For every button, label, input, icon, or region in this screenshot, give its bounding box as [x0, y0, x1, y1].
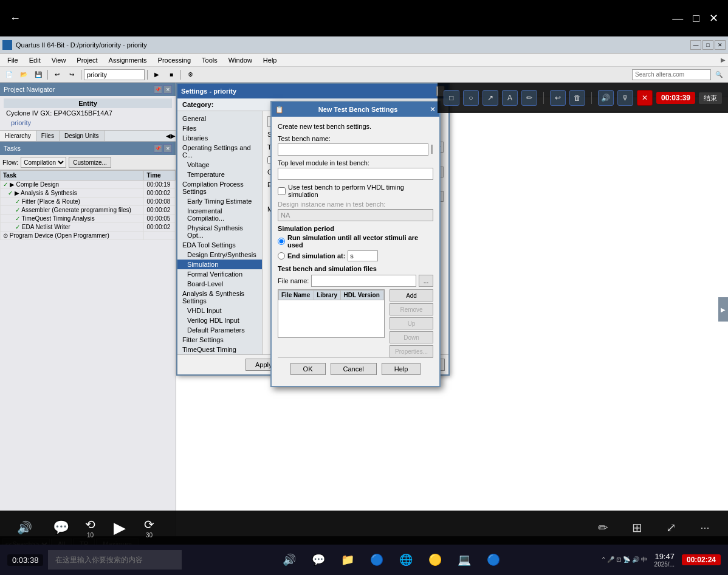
fullscreen-btn[interactable]: ⤢ [660, 517, 682, 539]
use-vhdl-checkbox[interactable] [278, 187, 286, 195]
menu-project[interactable]: Project [72, 55, 102, 65]
menu-edit[interactable]: Edit [24, 55, 46, 65]
edit-btn[interactable]: ✏ [592, 517, 614, 539]
add-btn[interactable]: Add [390, 289, 433, 301]
project-select[interactable] [84, 69, 145, 80]
top-module-input[interactable] [278, 168, 433, 180]
ntb-close-btn[interactable]: ✕ [430, 105, 436, 114]
cat-timequest[interactable]: TimeQuest Timing Analy... [177, 345, 262, 354]
toolbar-compile[interactable]: ▶ [150, 69, 163, 81]
rec-delete-btn[interactable]: 🗑 [569, 90, 585, 106]
table-row[interactable]: ✓ ▶ Analysis & Synthesis 00:00:02 [1, 189, 176, 198]
search-btn[interactable]: 🔍 [712, 69, 726, 81]
rec-circle-btn[interactable]: ○ [463, 90, 479, 106]
toolbar-open[interactable]: 📂 [17, 69, 30, 81]
sim-time-input[interactable] [348, 250, 378, 261]
win-minimize-btn[interactable]: — [690, 40, 701, 50]
cat-design-entry[interactable]: Design Entry/Synthesis [177, 250, 262, 260]
cat-voltage[interactable]: Voltage [177, 160, 262, 170]
more-btn[interactable]: ··· [694, 517, 716, 539]
menu-view[interactable]: View [47, 55, 71, 65]
properties-btn[interactable]: Properties... [390, 345, 433, 357]
menu-assignments[interactable]: Assignments [104, 55, 152, 65]
remove-btn[interactable]: Remove [390, 303, 433, 315]
table-row[interactable]: ✓ ▶ Compile Design 00:00:19 [1, 181, 176, 189]
cat-physical-synthesis[interactable]: Physical Synthesis Opt... [177, 223, 262, 240]
cat-analysis-synthesis[interactable]: Analysis & Synthesis Settings [177, 289, 262, 306]
file-name-input[interactable] [311, 275, 416, 287]
tab-design-units[interactable]: Design Units [60, 131, 105, 141]
menu-help[interactable]: Help [258, 55, 282, 65]
rec-mic-btn[interactable]: 🎙 [617, 90, 633, 106]
taskbar-icon-app3[interactable]: 💻 [454, 549, 475, 570]
cat-verilog[interactable]: Verilog HDL Input [177, 315, 262, 325]
toolbar-settings[interactable]: ⚙ [184, 69, 197, 81]
toolbar-new[interactable]: 📄 [2, 69, 16, 81]
tasks-pin-btn[interactable]: 📌 [154, 144, 162, 153]
menu-tools[interactable]: Tools [197, 55, 222, 65]
rec-end-btn[interactable]: 结束 [699, 92, 722, 104]
ntb-help-btn[interactable]: Help [382, 363, 421, 375]
restore-button[interactable]: □ [693, 12, 699, 25]
volume-btn[interactable]: 🔊 [12, 515, 36, 540]
back-button[interactable]: ← [10, 12, 21, 25]
radio-run-all[interactable] [278, 238, 285, 245]
cat-temperature[interactable]: Temperature [177, 170, 262, 179]
minimize-button[interactable]: — [672, 12, 683, 25]
rec-text-btn[interactable]: A [502, 90, 518, 106]
nav-arrows-right[interactable]: ▶ [171, 131, 176, 141]
backward-btn[interactable]: ⟲ 10 [85, 517, 95, 539]
toolbar-stop[interactable]: ■ [165, 69, 178, 81]
chat-btn[interactable]: 💬 [49, 515, 73, 540]
rec-undo-btn[interactable]: ↩ [550, 90, 566, 106]
project-item[interactable]: priority [4, 118, 172, 128]
taskbar-icon-sound[interactable]: 🔊 [279, 549, 300, 570]
flow-select[interactable]: Compilation [21, 157, 66, 168]
menu-window[interactable]: Window [224, 55, 257, 65]
forward-btn[interactable]: ⟳ 30 [144, 517, 154, 539]
up-btn[interactable]: Up [390, 317, 433, 329]
cat-board-level[interactable]: Board-Level [177, 279, 262, 289]
play-btn[interactable]: ▶ [108, 515, 132, 540]
radio-end[interactable] [278, 252, 285, 260]
table-row[interactable]: ⊙ Program Device (Open Programmer) [1, 232, 176, 240]
taskbar-icon-chat[interactable]: 💬 [308, 549, 329, 570]
cat-operating[interactable]: Operating Settings and C... [177, 143, 262, 160]
menu-processing[interactable]: Processing [153, 55, 196, 65]
nav-pin-btn[interactable]: 📌 [154, 85, 162, 94]
cat-vhdl-input[interactable]: VHDL Input [177, 306, 262, 315]
table-row[interactable]: ✓ Fitter (Place & Route) 00:00:08 [1, 198, 176, 206]
rec-arrow-btn[interactable]: ↗ [482, 90, 498, 106]
tab-hierarchy[interactable]: Hierarchy [0, 131, 36, 141]
file-browse-btn[interactable]: ... [419, 275, 433, 287]
rec-stop-btn[interactable]: ✕ [637, 90, 653, 106]
search-input[interactable] [632, 69, 711, 80]
win-restore-btn[interactable]: □ [702, 40, 713, 50]
rec-draw-btn[interactable]: □ [444, 90, 459, 106]
cat-eda-tool[interactable]: EDA Tool Settings [177, 240, 262, 250]
cat-fitter[interactable]: Fitter Settings [177, 335, 262, 345]
rec-volume-btn[interactable]: 🔊 [598, 90, 614, 106]
toolbar-save[interactable]: 💾 [32, 69, 45, 81]
tab-files[interactable]: Files [36, 131, 60, 141]
taskbar-icon-app1[interactable]: 🔵 [366, 549, 387, 570]
cat-formal-verification[interactable]: Formal Verification [177, 269, 262, 279]
cat-early-timing[interactable]: Early Timing Estimate [177, 196, 262, 206]
toolbar-undo[interactable]: ↩ [50, 69, 64, 81]
table-row[interactable]: ✓ EDA Netlist Writer 00:00:02 [1, 223, 176, 232]
table-row[interactable]: ✓ TimeQuest Timing Analysis 00:00:05 [1, 215, 176, 223]
taskbar-icon-app4[interactable]: 🔵 [483, 549, 504, 570]
table-row[interactable]: ✓ Assembler (Generate programming files)… [1, 206, 176, 215]
win-close-btn[interactable]: ✕ [715, 40, 726, 50]
cat-general[interactable]: General [177, 114, 262, 123]
tasks-close-btn[interactable]: ✕ [163, 144, 172, 153]
right-collapse-btn[interactable]: ▶ [718, 297, 728, 322]
nav-arrows-left[interactable]: ◀ [166, 131, 171, 141]
taskbar-icon-app2[interactable]: 🟡 [425, 549, 445, 570]
cat-incremental[interactable]: Incremental Compilatio... [177, 206, 262, 223]
customize-btn[interactable]: Customize... [69, 157, 111, 168]
taskbar-search-input[interactable] [48, 550, 182, 570]
taskbar-icon-folder[interactable]: 📁 [337, 549, 358, 570]
nav-close-btn[interactable]: ✕ [163, 85, 172, 94]
device-item[interactable]: Cyclone IV GX: EP4CGX15BF14A7 [4, 108, 172, 118]
